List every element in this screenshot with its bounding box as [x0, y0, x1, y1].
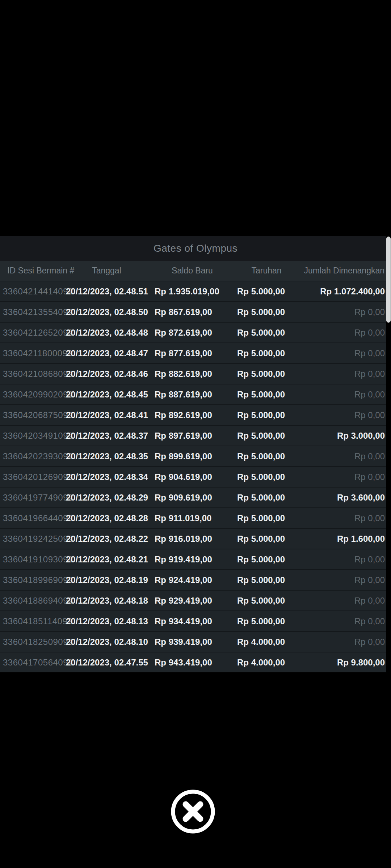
table-row: 33604192425092 20/12/2023, 02.48.22 Rp 9… [0, 528, 386, 549]
cell-balance: Rp 899.619,00 [151, 451, 234, 461]
cell-balance: Rp 867.619,00 [151, 307, 234, 317]
cell-win: Rp 0,00 [299, 451, 386, 461]
column-header-bet: Taruhan [234, 266, 299, 276]
cell-session-id: 33604202393092 [0, 451, 62, 461]
column-header-session-id: ID Sesi Bermain # [0, 266, 62, 276]
cell-bet: Rp 5.000,00 [234, 596, 299, 606]
table-row: 33604213554092 20/12/2023, 02.48.50 Rp 8… [0, 301, 386, 322]
cell-win: Rp 1.600,00 [299, 534, 386, 544]
cell-date: 20/12/2023, 02.48.29 [62, 493, 151, 503]
cell-session-id: 33604201269092 [0, 472, 62, 482]
cell-session-id: 33604189969092 [0, 575, 62, 585]
cell-session-id: 33604214414092 [0, 286, 62, 297]
cell-date: 20/12/2023, 02.48.28 [62, 513, 151, 523]
cell-bet: Rp 5.000,00 [234, 286, 299, 297]
cell-win: Rp 0,00 [299, 616, 386, 626]
game-history-panel: Gates of Olympus ID Sesi Bermain # Tangg… [0, 236, 391, 659]
panel-titlebar: Gates of Olympus [0, 236, 391, 261]
cell-date: 20/12/2023, 02.48.45 [62, 390, 151, 400]
table-row: 33604191093092 20/12/2023, 02.48.21 Rp 9… [0, 549, 386, 569]
cell-session-id: 33604191093092 [0, 554, 62, 565]
table-header-row: ID Sesi Bermain # Tanggal Saldo Baru Tar… [0, 261, 386, 281]
cell-date: 20/12/2023, 02.48.21 [62, 554, 151, 565]
cell-win: Rp 0,00 [299, 390, 386, 400]
cell-session-id: 33604185114092 [0, 616, 62, 626]
table-row: 33604182509092 20/12/2023, 02.48.10 Rp 9… [0, 631, 386, 652]
cell-balance: Rp 924.419,00 [151, 575, 234, 585]
cell-bet: Rp 5.000,00 [234, 575, 299, 585]
cell-session-id: 33604206875092 [0, 410, 62, 420]
cell-date: 20/12/2023, 02.48.48 [62, 328, 151, 338]
cell-bet: Rp 5.000,00 [234, 472, 299, 482]
cell-win: Rp 0,00 [299, 348, 386, 358]
cell-date: 20/12/2023, 02.48.50 [62, 307, 151, 317]
cell-date: 20/12/2023, 02.48.46 [62, 369, 151, 379]
cell-win: Rp 0,00 [299, 472, 386, 482]
cell-bet: Rp 4.000,00 [234, 637, 299, 647]
cell-win: Rp 0,00 [299, 637, 386, 647]
table-row: 33604212652092 20/12/2023, 02.48.48 Rp 8… [0, 322, 386, 342]
cell-win: Rp 0,00 [299, 596, 386, 606]
cell-win: Rp 9.800,00 [299, 658, 386, 668]
cell-balance: Rp 929.419,00 [151, 596, 234, 606]
table-row: 33604196644092 20/12/2023, 02.48.28 Rp 9… [0, 507, 386, 528]
cell-bet: Rp 5.000,00 [234, 513, 299, 523]
scrollbar-thumb[interactable] [386, 237, 391, 323]
cell-session-id: 33604182509092 [0, 637, 62, 647]
table-row: 33604211800092 20/12/2023, 02.48.47 Rp 8… [0, 342, 386, 363]
close-icon [171, 789, 215, 834]
cell-bet: Rp 5.000,00 [234, 369, 299, 379]
scrollbar-track [386, 236, 391, 659]
close-button[interactable] [171, 789, 215, 834]
cell-session-id: 33604203491092 [0, 431, 62, 441]
cell-bet: Rp 5.000,00 [234, 410, 299, 420]
column-header-win: Jumlah Dimenangkan [299, 266, 386, 276]
cell-date: 20/12/2023, 02.48.37 [62, 431, 151, 441]
cell-session-id: 33604212652092 [0, 328, 62, 338]
cell-balance: Rp 939.419,00 [151, 637, 234, 647]
cell-date: 20/12/2023, 02.48.19 [62, 575, 151, 585]
cell-bet: Rp 5.000,00 [234, 616, 299, 626]
table-row: 33604206875092 20/12/2023, 02.48.41 Rp 8… [0, 404, 386, 425]
table-body: 33604214414092 20/12/2023, 02.48.51 Rp 1… [0, 281, 391, 672]
cell-balance: Rp 897.619,00 [151, 431, 234, 441]
column-header-date: Tanggal [62, 266, 151, 276]
cell-date: 20/12/2023, 02.48.47 [62, 348, 151, 358]
screen: Gates of Olympus ID Sesi Bermain # Tangg… [0, 0, 391, 868]
cell-bet: Rp 4.000,00 [234, 658, 299, 668]
cell-balance: Rp 882.619,00 [151, 369, 234, 379]
cell-date: 20/12/2023, 02.47.55 [62, 658, 151, 668]
cell-balance: Rp 916.019,00 [151, 534, 234, 544]
cell-bet: Rp 5.000,00 [234, 328, 299, 338]
cell-date: 20/12/2023, 02.48.34 [62, 472, 151, 482]
cell-balance: Rp 877.619,00 [151, 348, 234, 358]
cell-session-id: 33604209902092 [0, 390, 62, 400]
table-row: 33604214414092 20/12/2023, 02.48.51 Rp 1… [0, 281, 386, 301]
cell-date: 20/12/2023, 02.48.10 [62, 637, 151, 647]
cell-win: Rp 0,00 [299, 369, 386, 379]
cell-balance: Rp 872.619,00 [151, 328, 234, 338]
table-row: 33604170564092 20/12/2023, 02.47.55 Rp 9… [0, 652, 386, 672]
game-title: Gates of Olympus [154, 243, 237, 254]
cell-balance: Rp 904.619,00 [151, 472, 234, 482]
cell-session-id: 33604192425092 [0, 534, 62, 544]
cell-bet: Rp 5.000,00 [234, 307, 299, 317]
cell-session-id: 33604211800092 [0, 348, 62, 358]
cell-balance: Rp 911.019,00 [151, 513, 234, 523]
cell-win: Rp 1.072.400,00 [299, 286, 386, 297]
table-row: 33604209902092 20/12/2023, 02.48.45 Rp 8… [0, 384, 386, 404]
cell-session-id: 33604197749092 [0, 493, 62, 503]
cell-bet: Rp 5.000,00 [234, 451, 299, 461]
cell-date: 20/12/2023, 02.48.22 [62, 534, 151, 544]
cell-session-id: 33604188694092 [0, 596, 62, 606]
table-row: 33604203491092 20/12/2023, 02.48.37 Rp 8… [0, 425, 386, 446]
cell-win: Rp 3.600,00 [299, 493, 386, 503]
table-row: 33604188694092 20/12/2023, 02.48.18 Rp 9… [0, 590, 386, 610]
cell-win: Rp 0,00 [299, 554, 386, 565]
cell-balance: Rp 909.619,00 [151, 493, 234, 503]
table-row: 33604197749092 20/12/2023, 02.48.29 Rp 9… [0, 487, 386, 507]
cell-balance: Rp 934.419,00 [151, 616, 234, 626]
cell-bet: Rp 5.000,00 [234, 554, 299, 565]
cell-session-id: 33604170564092 [0, 658, 62, 668]
table-row: 33604189969092 20/12/2023, 02.48.19 Rp 9… [0, 569, 386, 590]
